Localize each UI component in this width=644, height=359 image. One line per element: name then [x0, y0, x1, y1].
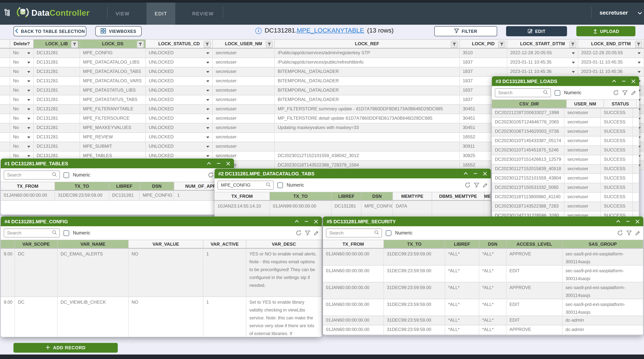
dropdown-caret-icon[interactable] — [206, 155, 209, 157]
dropdown-caret-icon[interactable] — [638, 62, 641, 64]
dropdown-caret-icon[interactable] — [206, 52, 209, 54]
search-input[interactable] — [328, 230, 374, 236]
viewbox-cell[interactable]: 01JAN60:00:00:00.00 — [323, 282, 384, 299]
viewbox-cell[interactable]: 31DEC99:23:59:59.00 — [384, 282, 445, 299]
cell-lock-lib[interactable]: DC131281 — [34, 105, 80, 114]
viewbox-column-header[interactable]: LIBREF — [332, 192, 362, 201]
refresh-icon[interactable] — [296, 230, 302, 236]
cell-lock-user[interactable]: secretuser — [213, 49, 275, 58]
viewbox-column-header[interactable]: VAR_NAME — [58, 240, 128, 249]
minimize-icon[interactable] — [626, 219, 630, 223]
column-filter-icon[interactable] — [266, 41, 273, 48]
dropdown-caret-icon[interactable] — [206, 146, 209, 148]
dropdown-caret-icon[interactable] — [638, 71, 641, 73]
filter-button[interactable]: FILTER — [434, 26, 497, 36]
cell-lock-user[interactable]: secretuser — [213, 142, 275, 151]
cell-lock-status[interactable]: UNLOCKED — [146, 58, 213, 67]
viewbox-cell[interactable]: secretuser — [564, 193, 601, 202]
cell-lock-ds[interactable]: MPE_SUBMIT — [80, 142, 146, 151]
dropdown-caret-icon[interactable] — [206, 99, 209, 101]
viewbox-column-header[interactable] — [1, 240, 15, 249]
close-icon[interactable] — [636, 219, 640, 223]
dropdown-caret-icon[interactable] — [27, 62, 30, 64]
cell-lock-user[interactable]: secretuser — [213, 133, 275, 142]
table-link[interactable]: MPE_LOCKANYTABLE — [297, 27, 364, 34]
cell-delete[interactable]: No — [10, 133, 34, 142]
pencil-icon[interactable] — [631, 90, 636, 95]
numeric-checkbox[interactable] — [64, 172, 69, 178]
viewbox-cell[interactable]: 1 — [203, 297, 246, 337]
cell-lock-start[interactable]: 2023-01-11 10:45:35 — [507, 58, 578, 67]
viewbox-column-header[interactable]: TX_FROM — [1, 182, 55, 191]
info-icon[interactable]: i — [255, 28, 262, 34]
viewbox-cell[interactable]: *ALL* — [479, 265, 506, 282]
edit-button[interactable]: EDIT — [506, 26, 567, 36]
cell-lock-ds[interactable]: MPE_REVIEW — [80, 133, 146, 142]
dropdown-caret-icon[interactable] — [27, 155, 30, 157]
viewbox-cell[interactable]: secretuser — [564, 146, 601, 155]
viewbox-column-header[interactable]: DSN — [362, 192, 393, 201]
cell-lock-lib[interactable]: DC131281 — [34, 58, 80, 67]
viewbox-cell[interactable]: secretuser — [564, 155, 601, 164]
cell-lock-status[interactable]: UNLOCKED — [146, 86, 213, 95]
viewbox-column-header[interactable]: STATUS — [604, 100, 637, 108]
viewbox-cell[interactable]: *ALL* — [445, 325, 479, 334]
viewbox-cell[interactable]: secretuser — [564, 165, 601, 174]
viewbox-column-header[interactable]: CSV_DIR — [492, 100, 567, 108]
viewbox-titlebar[interactable]: #2 DC131281.MPE_DATACATALOG_TABS — [214, 169, 491, 178]
cell-lock-end[interactable]: 2023-01-11 10:45:35 — [578, 58, 644, 67]
cell-lock-lib[interactable]: DC131281 — [34, 49, 80, 58]
viewbox-cell[interactable]: DC20230110T145433387_05174 — [492, 137, 564, 145]
numeric-checkbox[interactable] — [555, 90, 560, 96]
tab-view[interactable]: VIEW — [110, 3, 135, 25]
cell-lock-ds[interactable]: MPE_FILTERSOURCE — [80, 114, 146, 123]
pencil-icon[interactable] — [482, 182, 488, 188]
viewbox-cell[interactable]: 10JAN23:14:55:14.10 — [214, 201, 270, 218]
viewbox-column-header[interactable]: VAR_VALUE — [128, 240, 203, 249]
viewbox-cell[interactable]: SUCCESS — [601, 118, 633, 127]
viewbox-cell[interactable]: SUCCESS — [601, 137, 633, 145]
viewbox-column-header[interactable]: VAR_SCOPE — [15, 240, 58, 249]
cell-lock-ds[interactable]: MPE_DATACATALOG_LIBS — [80, 58, 146, 67]
close-icon[interactable] — [226, 161, 230, 165]
viewbox-cell[interactable]: DC20230112T152015839_40518 — [492, 165, 564, 174]
dropdown-caret-icon[interactable] — [206, 62, 209, 64]
viewbox-cell[interactable]: SUCCESS — [601, 155, 633, 164]
viewbox-cell[interactable]: *ALL* — [479, 282, 506, 299]
dropdown-caret-icon[interactable] — [206, 118, 209, 120]
close-icon[interactable] — [314, 219, 318, 223]
viewbox-cell[interactable]: *ALL* — [479, 325, 506, 334]
viewbox-column-header[interactable]: USER_NM — [567, 100, 604, 108]
cell-lock-status[interactable]: UNLOCKED — [146, 142, 213, 151]
viewbox-cell[interactable]: 01JAN60:00:00:00.00 — [323, 265, 384, 282]
cell-lock-lib[interactable]: DC131281 — [34, 142, 80, 151]
viewbox-cell[interactable]: sec-sas9-prd-ext-sasplatform-300114sasjs — [562, 282, 643, 299]
pencil-icon[interactable] — [314, 230, 319, 236]
cell-lock-ref[interactable] — [275, 133, 460, 142]
viewbox-cell[interactable]: MPE_CONFIG — [140, 191, 174, 200]
viewbox-cell[interactable]: 9.00 — [1, 297, 15, 337]
viewbox-cell[interactable]: 01JAN60:00:00:00.00 — [323, 299, 384, 316]
column-header-LOCK_START_DTTM[interactable]: LOCK_START_DTTM — [507, 39, 578, 49]
search-input[interactable] — [6, 230, 52, 236]
filter-icon[interactable] — [622, 90, 628, 95]
column-filter-icon[interactable] — [451, 41, 458, 48]
viewbox-cell[interactable]: secretuser — [564, 137, 601, 145]
column-filter-icon[interactable] — [71, 41, 78, 48]
cell-lock-lib[interactable]: DC131281 — [34, 95, 80, 104]
cell-lock-ref[interactable]: BITEMPORAL_DATALOADER — [275, 67, 460, 76]
viewboxes-button[interactable]: VIEWBOXES — [95, 26, 142, 36]
dropdown-caret-icon[interactable] — [27, 108, 30, 110]
cell-lock-pid[interactable]: 1837 — [460, 67, 507, 76]
scrollbar-strip[interactable] — [637, 100, 639, 108]
cell-lock-user[interactable]: secretuser — [213, 86, 275, 95]
collapse-icon[interactable] — [294, 219, 299, 223]
dropdown-caret-icon[interactable] — [27, 127, 30, 129]
viewbox-cell[interactable]: *ALL* — [445, 282, 479, 299]
minimize-icon[interactable] — [473, 172, 478, 175]
filter-icon[interactable] — [626, 230, 632, 236]
numeric-checkbox[interactable] — [277, 182, 283, 188]
viewbox-cell[interactable]: SUCCESS — [601, 193, 633, 202]
viewbox-cell[interactable]: SUCCESS — [601, 127, 633, 136]
viewbox-cell[interactable]: EDIT — [506, 299, 562, 316]
